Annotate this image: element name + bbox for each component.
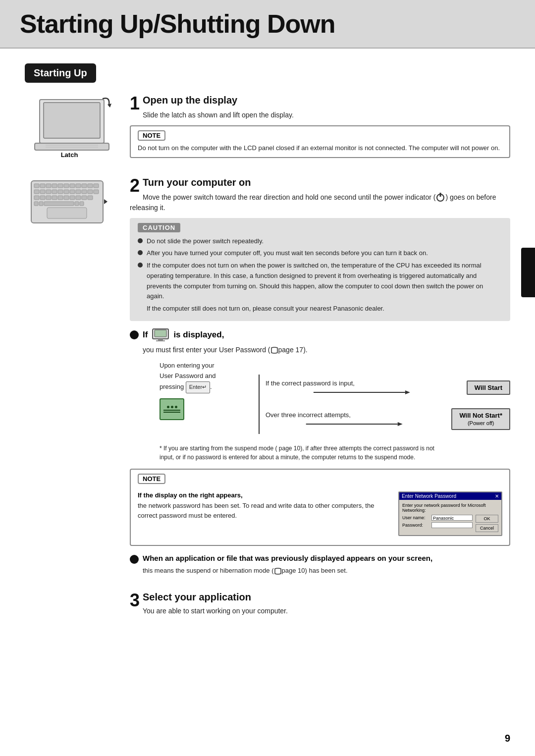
page-ref-icon (270, 347, 278, 354)
svg-rect-44 (47, 208, 87, 218)
result1: Will Start (467, 380, 510, 395)
caution-text-2: After you have turned your computer off,… (147, 248, 428, 259)
laptop-illustration (30, 95, 109, 149)
power-icon (436, 194, 444, 202)
netpw-close: ✕ (495, 493, 499, 499)
result2: Will Not Start* (Power off) (451, 408, 510, 430)
step2-row: 2 Turn your computer on Move the power s… (25, 177, 510, 580)
netpw-field1: User name: (402, 515, 429, 520)
step1-note-label: NOTE (138, 130, 165, 141)
svg-rect-39 (34, 202, 38, 206)
netpw-prompt: Enter your network password for Microsof… (402, 503, 498, 513)
will-start-box: Will Start (467, 380, 510, 395)
svg-rect-12 (64, 184, 69, 188)
step3-desc: You are able to start working on your co… (130, 606, 510, 616)
if-bullet (130, 330, 139, 339)
page-ref-icon2 (274, 568, 282, 575)
svg-rect-43 (80, 202, 84, 206)
svg-rect-19 (40, 190, 45, 194)
note2-box: NOTE If the display on the right appears… (130, 469, 510, 546)
step2-desc: Move the power switch toward the rear di… (130, 192, 510, 213)
step1-row: Latch 1 Open up the display Slide the la… (25, 95, 510, 165)
when-section: When an application or file that was pre… (130, 554, 510, 575)
svg-rect-41 (44, 202, 74, 206)
svg-rect-17 (94, 184, 99, 188)
svg-rect-32 (52, 196, 57, 200)
caution-box: CAUTION Do not slide the power switch re… (130, 218, 510, 322)
arrow1-text: If the correct password is input, (266, 379, 355, 387)
pw-text3: pressing (160, 383, 184, 390)
title-bar: Starting Up/Shutting Down (0, 0, 535, 49)
svg-rect-38 (88, 196, 93, 200)
step3-content: 3 Select your application You are able t… (130, 592, 510, 621)
section-header: Starting Up (25, 63, 96, 83)
netpw-ok-btn[interactable]: OK (476, 515, 498, 523)
arrow1-line (266, 388, 461, 396)
svg-rect-9 (46, 184, 51, 188)
step1-content: 1 Open up the display Slide the latch as… (130, 95, 510, 165)
svg-rect-50 (156, 340, 165, 341)
when-sub-text: this means the suspend or hibernation mo… (143, 567, 510, 575)
netpw-val2 (431, 522, 473, 528)
when-bullet (130, 555, 139, 564)
netpw-title: Enter Network Password (402, 493, 456, 499)
svg-rect-10 (52, 184, 57, 188)
caution-item-3: If the computer does not turn on when th… (138, 261, 502, 302)
will-not-start-label: Will Not Start* (459, 412, 502, 419)
svg-rect-36 (76, 196, 81, 200)
password-icon (160, 398, 184, 420)
page-wrapper: Starting Up/Shutting Down Starting Up (0, 0, 535, 756)
svg-rect-22 (58, 190, 63, 194)
svg-rect-11 (58, 184, 63, 188)
section-label: Starting Up (34, 67, 87, 78)
step1-desc: Slide the latch as shown and lift open t… (130, 110, 510, 120)
step1-title: Open up the display (143, 95, 237, 106)
note2-row: If the display on the right appears, the… (138, 491, 502, 536)
step3-row: 3 Select your application You are able t… (25, 592, 510, 621)
will-not-start-box: Will Not Start* (Power off) (451, 408, 510, 430)
svg-rect-49 (158, 339, 163, 340)
netpw-val1: Panasonic (431, 515, 473, 521)
svg-rect-33 (58, 196, 63, 200)
password-diagram: Upon entering your User Password and pre… (160, 361, 510, 434)
caution-text-4: If the computer still does not turn on, … (147, 304, 384, 314)
svg-rect-13 (70, 184, 75, 188)
caution-text-1: Do not slide the power switch repeatedly… (147, 236, 264, 247)
if-suffix: is displayed, (173, 330, 224, 340)
svg-rect-15 (82, 184, 87, 188)
svg-rect-7 (34, 184, 39, 188)
note2-text: the network password has been set. To re… (138, 501, 388, 520)
step1-image: Latch (25, 95, 114, 159)
svg-marker-46 (104, 199, 107, 204)
caution-label: CAUTION (138, 223, 180, 232)
svg-marker-52 (405, 390, 410, 394)
step2-image (25, 177, 114, 231)
when-label-text: When an application or file that was pre… (143, 554, 432, 562)
step3-title: Select your application (143, 592, 251, 602)
caution-bullet (138, 238, 143, 243)
svg-rect-35 (70, 196, 75, 200)
svg-rect-23 (64, 190, 69, 194)
svg-rect-40 (39, 202, 43, 206)
svg-rect-48 (155, 330, 166, 337)
svg-rect-20 (46, 190, 51, 194)
asterisk-note: * If you are starting from the suspend m… (160, 444, 447, 462)
step3-number: 3 (130, 592, 140, 609)
caution-item-2: After you have turned your computer off,… (138, 248, 502, 259)
content-area: Starting Up (0, 49, 535, 641)
caution-text-3: If the computer does not turn on when th… (147, 261, 502, 302)
if-label: If is displayed, (130, 328, 510, 342)
svg-rect-28 (94, 190, 99, 194)
when-label: When an application or file that was pre… (130, 554, 510, 564)
pw-text2: User Password and (160, 372, 215, 379)
enter-key: Enter↵ (186, 381, 210, 393)
step1-number: 1 (130, 95, 140, 112)
svg-rect-21 (52, 190, 57, 194)
svg-rect-18 (34, 190, 39, 194)
note2-title: If the display on the right appears, (138, 491, 388, 499)
keyboard-svg (27, 177, 111, 231)
note2-text-block: If the display on the right appears, the… (138, 491, 388, 520)
caution-item-1: Do not slide the power switch repeatedly… (138, 236, 502, 247)
will-start-label: Will Start (475, 384, 502, 391)
netpw-cancel-btn[interactable]: Cancel (476, 524, 498, 532)
